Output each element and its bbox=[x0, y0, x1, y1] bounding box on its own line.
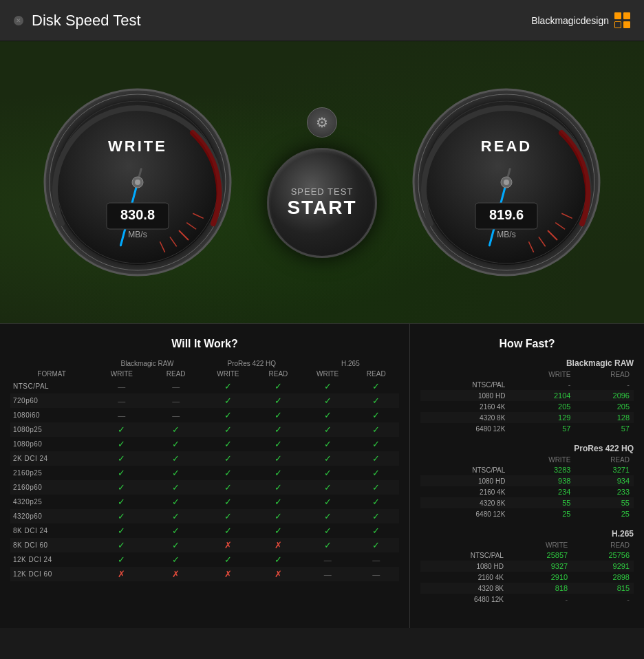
value-cell: ✓ bbox=[353, 480, 399, 495]
value-cell: ✓ bbox=[302, 495, 354, 509]
check-icon: ✓ bbox=[172, 424, 180, 435]
h265-header: H.265 bbox=[302, 358, 399, 369]
hf-write-cell: 2910 bbox=[508, 572, 572, 583]
check-icon: ✓ bbox=[118, 511, 125, 521]
check-icon: ✓ bbox=[372, 410, 380, 420]
dash-icon: — bbox=[324, 570, 332, 579]
value-cell: ✓ bbox=[255, 393, 302, 408]
dash-icon: — bbox=[118, 382, 125, 391]
format-cell: NTSC/PAL bbox=[10, 379, 93, 393]
hf-row: 4320 8K818815 bbox=[420, 583, 634, 594]
value-cell: — bbox=[353, 567, 399, 581]
value-cell: — bbox=[302, 552, 354, 567]
check-icon: ✓ bbox=[372, 424, 380, 435]
hf-row: 1080 HD93279291 bbox=[420, 561, 634, 572]
check-icon: ✓ bbox=[372, 468, 380, 478]
value-cell: ✓ bbox=[202, 437, 255, 451]
check-icon: ✓ bbox=[324, 468, 332, 478]
how-fast-content: Blackmagic RAWWRITEREADNTSC/PAL--1080 HD… bbox=[420, 358, 634, 605]
hf-write-cell: 55 bbox=[509, 497, 575, 508]
hf-row: 1080 HD938934 bbox=[420, 475, 634, 486]
hf-table: WRITEREADNTSC/PAL328332711080 HD93893421… bbox=[420, 455, 634, 519]
hf-label-cell: 4320 8K bbox=[420, 583, 508, 594]
check-icon: ✓ bbox=[324, 526, 332, 536]
svg-text:MB/s: MB/s bbox=[497, 230, 515, 239]
check-icon: ✓ bbox=[275, 453, 282, 464]
close-button[interactable]: ✕ bbox=[14, 16, 23, 25]
brand-dot-2 bbox=[623, 12, 630, 19]
dash-icon: — bbox=[324, 556, 332, 564]
value-cell: ✓ bbox=[255, 379, 302, 393]
hf-read-cell: 205 bbox=[575, 401, 634, 412]
format-cell: 12K DCI 60 bbox=[10, 567, 93, 581]
check-icon: ✓ bbox=[118, 482, 125, 493]
hf-col-header bbox=[420, 541, 508, 550]
hf-group-title: ProRes 422 HQ bbox=[420, 444, 634, 453]
value-cell: ✓ bbox=[353, 509, 399, 523]
value-cell: ✓ bbox=[202, 379, 255, 393]
brand-name: Blackmagicdesign bbox=[531, 15, 609, 26]
value-cell: ✓ bbox=[353, 523, 399, 538]
hf-group: Blackmagic RAWWRITEREADNTSC/PAL--1080 HD… bbox=[420, 358, 634, 434]
value-cell: ✓ bbox=[202, 552, 255, 567]
brand-dot-3 bbox=[614, 21, 621, 28]
value-cell: ✓ bbox=[255, 523, 302, 538]
dash-icon: — bbox=[372, 556, 380, 564]
hf-write-cell: 25 bbox=[509, 508, 575, 519]
format-cell: 12K DCI 24 bbox=[10, 552, 93, 567]
check-icon: ✓ bbox=[172, 482, 180, 493]
check-icon: ✓ bbox=[372, 381, 380, 391]
table-row: 4320p25✓✓✓✓✓✓ bbox=[10, 495, 399, 509]
hf-read-cell: 25 bbox=[575, 508, 634, 519]
settings-button[interactable]: ⚙ bbox=[307, 107, 337, 138]
check-icon: ✓ bbox=[372, 540, 380, 550]
value-cell: ✓ bbox=[151, 495, 202, 509]
check-icon: ✓ bbox=[172, 554, 180, 565]
hf-label-cell: 1080 HD bbox=[420, 561, 508, 572]
check-icon: ✓ bbox=[275, 439, 282, 449]
value-cell: ✓ bbox=[302, 393, 354, 408]
hf-read-cell: 3271 bbox=[575, 464, 634, 475]
check-icon: ✓ bbox=[224, 396, 232, 406]
hf-label-cell: NTSC/PAL bbox=[420, 550, 508, 561]
check-icon: ✓ bbox=[372, 439, 380, 449]
hf-write-cell: 25857 bbox=[508, 550, 572, 561]
svg-text:819.6: 819.6 bbox=[489, 207, 524, 222]
hf-read-cell: 9291 bbox=[572, 561, 634, 572]
hf-write-cell: 3283 bbox=[509, 464, 575, 475]
gauge-section: WRITE 830.8 MB/s ⚙ SPEED TEST START bbox=[0, 41, 644, 323]
value-cell: ✓ bbox=[202, 523, 255, 538]
check-icon: ✓ bbox=[275, 424, 282, 435]
value-cell: ✓ bbox=[255, 552, 302, 567]
dash-icon: — bbox=[172, 382, 180, 391]
value-cell: ✓ bbox=[93, 538, 150, 552]
table-row: NTSC/PAL——✓✓✓✓ bbox=[10, 379, 399, 393]
read-gauge: READ 819.6 MB/s bbox=[410, 86, 603, 279]
value-cell: ✓ bbox=[151, 451, 202, 466]
check-icon: ✓ bbox=[172, 497, 180, 507]
will-it-work-table: Blackmagic RAW ProRes 422 HQ H.265 FORMA… bbox=[10, 358, 399, 581]
hf-read-cell: 934 bbox=[575, 475, 634, 486]
check-icon: ✓ bbox=[118, 526, 125, 536]
check-icon: ✓ bbox=[324, 381, 332, 391]
check-icon: ✓ bbox=[224, 482, 232, 493]
start-button[interactable]: SPEED TEST START bbox=[267, 148, 377, 258]
hf-col-header: WRITE bbox=[509, 370, 575, 379]
format-cell: 2160p60 bbox=[10, 480, 93, 495]
value-cell: ✓ bbox=[353, 437, 399, 451]
check-icon: ✓ bbox=[324, 453, 332, 464]
format-cell: 2160p25 bbox=[10, 466, 93, 480]
value-cell: ✓ bbox=[353, 379, 399, 393]
value-cell: ✓ bbox=[302, 451, 354, 466]
check-icon: ✓ bbox=[275, 468, 282, 478]
cross-icon: ✗ bbox=[224, 540, 232, 550]
dash-icon: — bbox=[118, 411, 125, 420]
hf-write-cell: 9327 bbox=[508, 561, 572, 572]
value-cell: ✓ bbox=[302, 422, 354, 437]
brand-dot-4 bbox=[623, 21, 630, 28]
check-icon: ✓ bbox=[172, 540, 180, 550]
value-cell: ✓ bbox=[255, 408, 302, 422]
value-cell: ✓ bbox=[151, 523, 202, 538]
cross-icon: ✗ bbox=[224, 569, 232, 579]
value-cell: ✓ bbox=[93, 495, 150, 509]
